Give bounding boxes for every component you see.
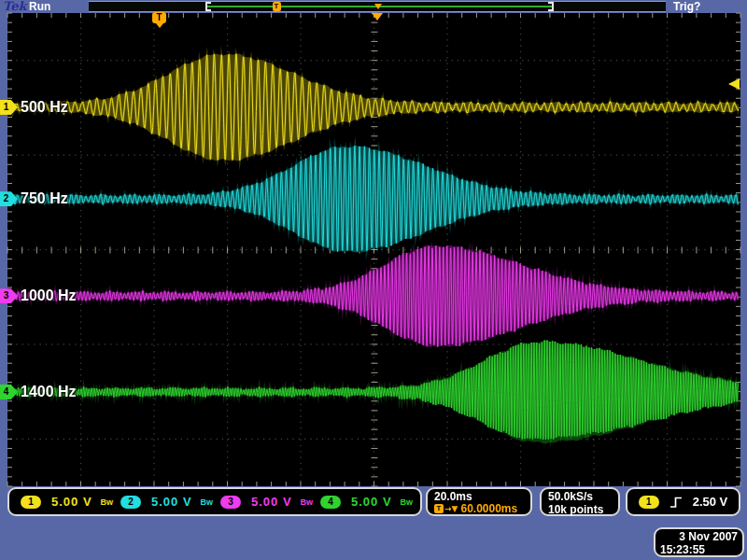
window-end-bracket: [548, 2, 554, 11]
channel-1-badge: 1: [21, 496, 41, 509]
date-text: 3 Nov 2007: [660, 530, 738, 543]
trigger-position-marker[interactable]: T: [152, 12, 166, 28]
channel-2-scale: 5.00 V: [151, 495, 192, 509]
channel-4-bandwidth-icon: Bw: [401, 497, 414, 507]
channel-2-badge: 2: [120, 496, 141, 509]
channel-2-readout[interactable]: 25.00 VBw: [120, 495, 220, 509]
channel-4-scale: 5.00 V: [351, 495, 392, 509]
trigger-status: Trig?: [673, 0, 700, 13]
record-length: 10k points: [548, 503, 612, 516]
channel-1-label: 500 Hz: [21, 99, 68, 116]
time-text: 15:23:55: [660, 543, 738, 556]
timebase-readout-box[interactable]: 20.0ms T →▼ 60.0000ms: [426, 487, 532, 516]
channel-1-scale: 5.00 V: [51, 495, 92, 509]
waveform-display: [0, 0, 747, 560]
rising-edge-icon: [669, 496, 683, 509]
window-start-bracket: [205, 2, 211, 11]
trigger-marker-tip-icon: [156, 23, 163, 28]
channel-readouts-box[interactable]: 15.00 VBw25.00 VBw35.00 VBw45.00 VBw: [7, 487, 422, 516]
acquisition-readout-box[interactable]: 50.0kS/s 10k points: [540, 487, 620, 516]
channel-4-badge: 4: [320, 496, 341, 509]
trigger-level-arrow[interactable]: [728, 78, 740, 90]
record-view-bar[interactable]: T: [89, 1, 666, 12]
channel-3-badge: 3: [220, 496, 241, 509]
channel-3-readout[interactable]: 35.00 VBw: [220, 495, 320, 509]
trigger-level: 2.50 V: [693, 495, 728, 509]
record-center-triangle-icon: [374, 4, 382, 9]
channel-3-label: 1000 Hz: [21, 287, 77, 304]
trigger-t-icon: T: [152, 12, 166, 23]
acquisition-status: Run: [29, 0, 50, 13]
tek-logo: Tek: [3, 0, 26, 13]
sample-rate: 50.0kS/s: [548, 490, 612, 503]
datetime-box: 3 Nov 2007 15:23:55: [654, 527, 744, 557]
channel-2-label: 750 Hz: [21, 190, 68, 207]
trigger-source-badge: 1: [639, 496, 659, 509]
delay-t-icon: T: [434, 504, 444, 513]
timebase-scale: 20.0ms: [434, 490, 524, 503]
channel-4-label: 1400 Hz: [21, 384, 77, 400]
delay-value: 60.0000ms: [460, 503, 517, 514]
channel-2-bandwidth-icon: Bw: [201, 497, 214, 507]
channel-1-readout[interactable]: 15.00 VBw: [21, 495, 120, 509]
channel-3-scale: 5.00 V: [251, 495, 292, 509]
oscilloscope-screen: Tek Run T Trig? T 1500 Hz2750 Hz31000 Hz…: [0, 0, 747, 560]
trigger-readout-box[interactable]: 1 2.50 V: [626, 487, 740, 516]
channel-3-bandwidth-icon: Bw: [301, 497, 314, 507]
expansion-point-marker: [372, 13, 383, 21]
delay-arrow-icon: →▼: [444, 503, 458, 514]
channel-4-readout[interactable]: 45.00 VBw: [320, 495, 420, 509]
record-trigger-t-marker: T: [273, 2, 281, 11]
top-status-bar: Tek Run T Trig?: [0, 0, 747, 13]
channel-1-bandwidth-icon: Bw: [101, 497, 114, 507]
delay-readout: T →▼ 60.0000ms: [434, 503, 524, 514]
